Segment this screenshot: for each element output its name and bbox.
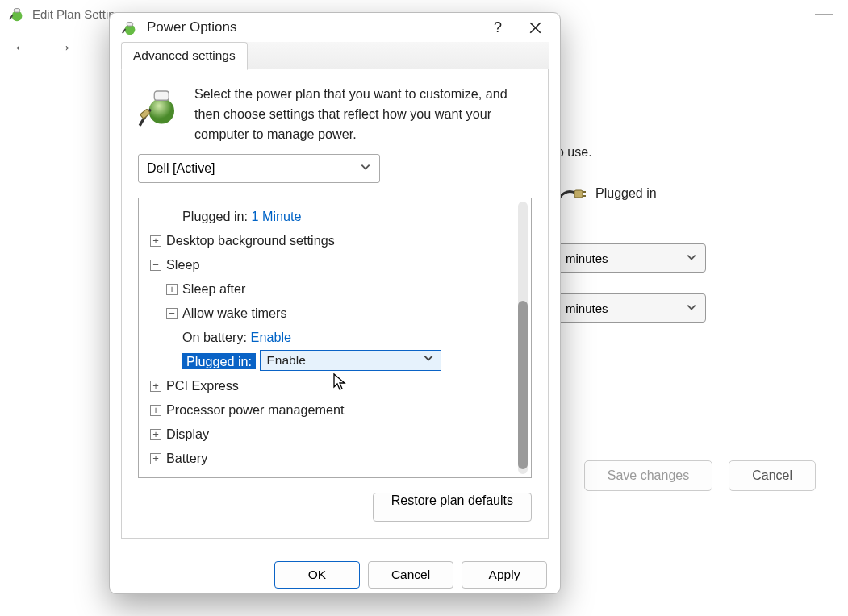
tree-item-battery[interactable]: +Battery bbox=[144, 447, 528, 471]
close-button[interactable] bbox=[516, 13, 553, 42]
collapse-icon[interactable]: − bbox=[150, 260, 161, 271]
collapse-icon[interactable]: − bbox=[166, 308, 178, 319]
help-button[interactable]: ? bbox=[479, 13, 516, 42]
cancel-button[interactable]: Cancel bbox=[368, 561, 453, 589]
plug-icon bbox=[557, 184, 586, 203]
expand-icon[interactable]: + bbox=[150, 405, 161, 416]
svg-rect-6 bbox=[127, 23, 132, 27]
tree-item-pci[interactable]: +PCI Express bbox=[144, 374, 528, 398]
svg-rect-8 bbox=[154, 91, 169, 100]
selected-setting-label: Plugged in: bbox=[182, 353, 256, 369]
expand-icon[interactable]: + bbox=[150, 381, 161, 392]
back-arrow-icon[interactable]: ← bbox=[13, 37, 31, 58]
dialog-intro-text: Select the power plan that you want to c… bbox=[194, 84, 532, 144]
plugged-in-label: Plugged in bbox=[595, 186, 657, 201]
expand-icon[interactable]: + bbox=[166, 284, 178, 295]
power-icon bbox=[8, 5, 26, 23]
forward-arrow-icon[interactable]: → bbox=[55, 37, 73, 58]
power-plan-icon bbox=[138, 84, 182, 127]
expand-icon[interactable]: + bbox=[150, 453, 161, 464]
tree-item-processor[interactable]: +Processor power management bbox=[144, 398, 528, 422]
wake-timers-plugged-in-select[interactable]: Enable bbox=[260, 350, 441, 371]
tab-advanced-settings[interactable]: Advanced settings bbox=[121, 42, 248, 70]
context-text: o use. bbox=[557, 145, 816, 160]
svg-rect-1 bbox=[14, 9, 19, 13]
power-plan-select[interactable]: Dell [Active] bbox=[138, 154, 380, 183]
tree-value-link[interactable]: 1 Minute bbox=[252, 209, 302, 223]
apply-button[interactable]: Apply bbox=[462, 561, 547, 589]
chevron-down-icon bbox=[686, 252, 697, 265]
save-changes-button[interactable]: Save changes bbox=[584, 460, 712, 491]
chevron-down-icon bbox=[360, 161, 371, 176]
chevron-down-icon bbox=[686, 302, 697, 315]
restore-defaults-button[interactable]: Restore plan defaults bbox=[373, 493, 532, 522]
tree-item-sleep[interactable]: −Sleep bbox=[144, 253, 528, 277]
chevron-down-icon bbox=[423, 352, 434, 369]
settings-tree[interactable]: Plugged in: 1 Minute +Desktop background… bbox=[138, 198, 532, 478]
svg-rect-2 bbox=[574, 190, 583, 198]
tree-item-display[interactable]: +Display bbox=[144, 422, 528, 447]
power-icon bbox=[121, 19, 139, 36]
minimize-icon[interactable]: — bbox=[808, 3, 840, 24]
power-options-dialog: Power Options ? Advanced settings Select… bbox=[109, 12, 561, 594]
tree-item-sleep-after[interactable]: +Sleep after bbox=[144, 277, 528, 302]
tree-item-desktop-bg[interactable]: +Desktop background settings bbox=[144, 229, 528, 253]
tree-value-link[interactable]: Enable bbox=[251, 330, 291, 344]
expand-icon[interactable]: + bbox=[150, 429, 161, 440]
expand-icon[interactable]: + bbox=[150, 235, 161, 247]
ok-button[interactable]: OK bbox=[274, 561, 360, 589]
parent-minutes-select-1[interactable]: minutes bbox=[557, 243, 706, 273]
tree-setting-plugged-in-wake[interactable]: Plugged in: Enable bbox=[144, 350, 528, 374]
tree-scrollbar[interactable] bbox=[518, 202, 528, 474]
scrollbar-thumb[interactable] bbox=[518, 301, 528, 469]
tree-item-wake-timers[interactable]: −Allow wake timers bbox=[144, 302, 528, 326]
parent-minutes-select-2[interactable]: minutes bbox=[557, 293, 706, 323]
tree-setting-on-battery[interactable]: On battery: Enable bbox=[144, 326, 528, 350]
svg-point-7 bbox=[149, 98, 175, 124]
tree-setting-plugged-in[interactable]: Plugged in: 1 Minute bbox=[144, 205, 528, 229]
tabs-strip: Advanced settings bbox=[121, 42, 549, 69]
cancel-button-parent[interactable]: Cancel bbox=[729, 460, 816, 491]
dialog-title: Power Options bbox=[147, 19, 237, 35]
